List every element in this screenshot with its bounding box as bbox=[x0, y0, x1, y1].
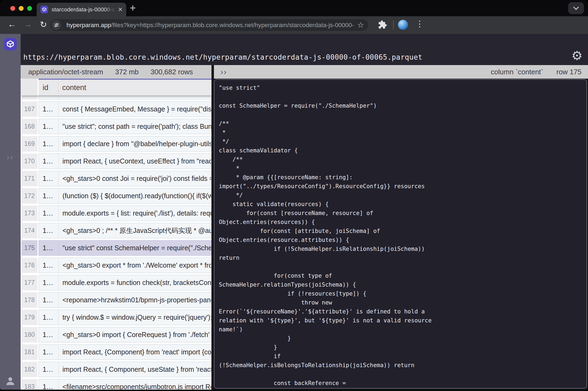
table-row[interactable]: 171 1… <gh_stars>0 const Joi = require('… bbox=[21, 171, 211, 186]
profile-avatar[interactable] bbox=[398, 20, 408, 30]
row-number: 176 bbox=[21, 258, 37, 273]
cell-id[interactable]: 1… bbox=[39, 223, 59, 238]
cell-id[interactable]: 1… bbox=[39, 102, 59, 117]
cell-content[interactable]: <filename>src/components/jumbotron.js im… bbox=[59, 379, 211, 390]
tab-close-icon[interactable]: × bbox=[118, 6, 122, 13]
cell-content[interactable]: module.exports = function check(str, bra… bbox=[59, 275, 211, 290]
new-tab-button[interactable]: + bbox=[130, 2, 136, 14]
panel-collapse-handle[interactable]: ›› bbox=[220, 68, 227, 76]
table-row[interactable]: 169 1… import { declare } from "@babel/h… bbox=[21, 136, 211, 152]
tab-search-chevron-button[interactable] bbox=[568, 2, 584, 14]
file-size: 372 mb bbox=[115, 68, 139, 76]
extensions-button[interactable] bbox=[378, 20, 387, 30]
sidebar-collapse-handle[interactable]: ›› bbox=[0, 153, 21, 162]
content-row: application/octet-stream 372 mb 300,682 … bbox=[21, 65, 588, 390]
toolbar-divider bbox=[393, 21, 394, 29]
cell-content[interactable]: import { declare } from "@babel/helper-p… bbox=[59, 136, 211, 151]
column-header-id[interactable]: id bbox=[39, 80, 58, 95]
site-settings-button[interactable] bbox=[52, 20, 61, 30]
cell-content[interactable]: const { MessageEmbed, Message } = requir… bbox=[59, 102, 211, 117]
reload-button[interactable]: ↻ bbox=[37, 20, 49, 30]
fullscreen-window-button[interactable] bbox=[27, 6, 32, 11]
browser-tab[interactable]: starcoderdata-js-00000-of-0 × bbox=[37, 3, 126, 16]
cell-content[interactable]: <gh_stars>0 ; /** * 原生JavaScript代码实现 * @… bbox=[59, 223, 211, 238]
cell-content[interactable]: "use strict"; const path = require('path… bbox=[59, 119, 211, 134]
hyperparam-logo-icon[interactable] bbox=[4, 38, 17, 50]
cell-content[interactable]: (function ($) { $(document).ready(functi… bbox=[59, 188, 211, 203]
table-row[interactable]: 174 1… <gh_stars>0 ; /** * 原生JavaScript代… bbox=[21, 223, 211, 238]
table-row[interactable]: 172 1… (function ($) { $(document).ready… bbox=[21, 188, 211, 204]
gear-icon[interactable]: ⚙ bbox=[571, 50, 583, 61]
cell-id[interactable]: 1… bbox=[39, 171, 59, 186]
row-number: 177 bbox=[21, 275, 37, 290]
cell-id[interactable]: 1… bbox=[39, 154, 59, 169]
cell-content[interactable]: <reponame>hrzwkstim01/bpmn-js-properties… bbox=[59, 293, 211, 307]
cell-content[interactable]: <gh_stars>0 import { CoreRequest } from … bbox=[59, 327, 211, 342]
browser-menu-button[interactable]: ⋮ bbox=[415, 19, 425, 28]
detail-panel-header: ›› column `content` row 175 bbox=[214, 65, 588, 79]
table-row[interactable]: 167 1… const { MessageEmbed, Message } =… bbox=[21, 101, 211, 117]
row-number: 180 bbox=[21, 327, 37, 342]
table-row[interactable]: 170 1… import React, { useContext, useEf… bbox=[21, 153, 211, 169]
cell-content[interactable]: <gh_stars>0 const Joi = require('joi') c… bbox=[59, 171, 211, 186]
table-row[interactable]: 173 1… module.exports = { list: require(… bbox=[21, 206, 211, 221]
cell-content[interactable]: "use strict" const SchemaHelper = requir… bbox=[59, 241, 211, 255]
table-row[interactable]: 182 1… import React, { Component, useSta… bbox=[21, 362, 211, 377]
cell-id[interactable]: 1… bbox=[39, 188, 59, 203]
cell-id[interactable]: 1… bbox=[39, 136, 59, 151]
table-row[interactable]: 180 1… <gh_stars>0 import { CoreRequest … bbox=[21, 327, 211, 342]
row-number: 170 bbox=[21, 153, 37, 169]
row-number: 172 bbox=[21, 188, 37, 204]
cell-code-content: "use strict" const SchemaHelper = requir… bbox=[214, 80, 445, 389]
table-row[interactable]: 179 1… try { window.$ = window.jQuery = … bbox=[21, 310, 211, 325]
table-header: id content bbox=[21, 79, 211, 95]
cell-detail-view[interactable]: "use strict" const SchemaHelper = requir… bbox=[214, 79, 587, 389]
cell-content[interactable]: try { window.$ = window.jQuery = require… bbox=[59, 310, 211, 325]
row-number: 174 bbox=[21, 223, 37, 238]
tab-title: starcoderdata-js-00000-of-0 bbox=[52, 6, 117, 13]
user-profile-icon[interactable] bbox=[5, 376, 16, 387]
forward-button[interactable]: → bbox=[22, 20, 34, 29]
cell-id[interactable]: 1… bbox=[39, 310, 59, 325]
row-number: 178 bbox=[21, 292, 37, 308]
table-row[interactable]: 176 1… <gh_stars>0 export * from './Welc… bbox=[21, 258, 211, 273]
cell-content[interactable]: <gh_stars>0 export * from './Welcome' ex… bbox=[59, 258, 211, 273]
cell-content[interactable]: import React, { Component, useState } fr… bbox=[59, 362, 211, 377]
minimize-window-button[interactable] bbox=[19, 6, 24, 11]
tab-strip: starcoderdata-js-00000-of-0 × + bbox=[0, 0, 588, 16]
close-window-button[interactable] bbox=[10, 6, 15, 11]
row-number: 173 bbox=[21, 206, 37, 221]
table-row[interactable]: 178 1… <reponame>hrzwkstim01/bpmn-js-pro… bbox=[21, 292, 211, 308]
cell-id[interactable]: 1… bbox=[39, 206, 59, 221]
row-number: 169 bbox=[21, 136, 37, 152]
cell-id[interactable]: 1… bbox=[39, 379, 59, 390]
cell-id[interactable]: 1… bbox=[39, 345, 59, 360]
puzzle-icon bbox=[378, 20, 387, 29]
cell-id[interactable]: 1… bbox=[39, 241, 59, 255]
row-number: 167 bbox=[21, 101, 37, 117]
cell-id[interactable]: 1… bbox=[39, 293, 59, 307]
cell-id[interactable]: 1… bbox=[39, 327, 59, 342]
cell-id[interactable]: 1… bbox=[39, 362, 59, 377]
table-row[interactable]: 175 1… "use strict" const SchemaHelper =… bbox=[21, 240, 211, 256]
cell-id[interactable]: 1… bbox=[39, 119, 59, 134]
partial-row bbox=[21, 95, 211, 100]
traffic-lights bbox=[10, 6, 32, 11]
cell-content[interactable]: module.exports = { list: require('./list… bbox=[59, 206, 211, 221]
table-row[interactable]: 183 1… <filename>src/components/jumbotro… bbox=[21, 379, 211, 390]
table-row[interactable]: 177 1… module.exports = function check(s… bbox=[21, 275, 211, 290]
cell-content[interactable]: import React, { useContext, useEffect } … bbox=[59, 154, 211, 169]
url-text[interactable]: hyperparam.app/files?key=https://hyperpa… bbox=[67, 22, 354, 29]
column-header-content[interactable]: content bbox=[58, 84, 86, 92]
url-path: /files?key=https://hyperparam.blob.core.… bbox=[111, 22, 354, 28]
bookmark-star-icon[interactable]: ☆ bbox=[357, 21, 364, 30]
table-row[interactable]: 181 1… import React, {Component} from 'r… bbox=[21, 344, 211, 360]
back-button[interactable]: ← bbox=[6, 20, 18, 29]
cell-id[interactable]: 1… bbox=[39, 275, 59, 290]
table-row[interactable]: 168 1… "use strict"; const path = requir… bbox=[21, 119, 211, 134]
cell-content[interactable]: import React, {Component} from 'react' i… bbox=[59, 345, 211, 360]
row-count: 300,682 rows bbox=[151, 68, 193, 76]
browser-toolbar: ← → ↻ hyperparam.app/files?key=https://h… bbox=[0, 16, 588, 34]
cell-id[interactable]: 1… bbox=[39, 258, 59, 273]
address-bar[interactable]: hyperparam.app/files?key=https://hyperpa… bbox=[50, 19, 368, 31]
